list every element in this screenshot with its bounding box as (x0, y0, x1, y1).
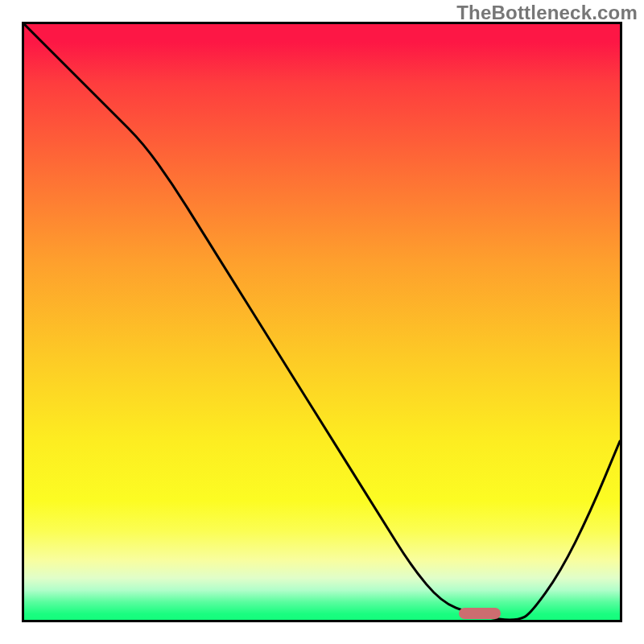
watermark-text: TheBottleneck.com (456, 2, 638, 24)
chart-canvas: TheBottleneck.com (0, 0, 644, 644)
chart-background-gradient (24, 24, 620, 620)
